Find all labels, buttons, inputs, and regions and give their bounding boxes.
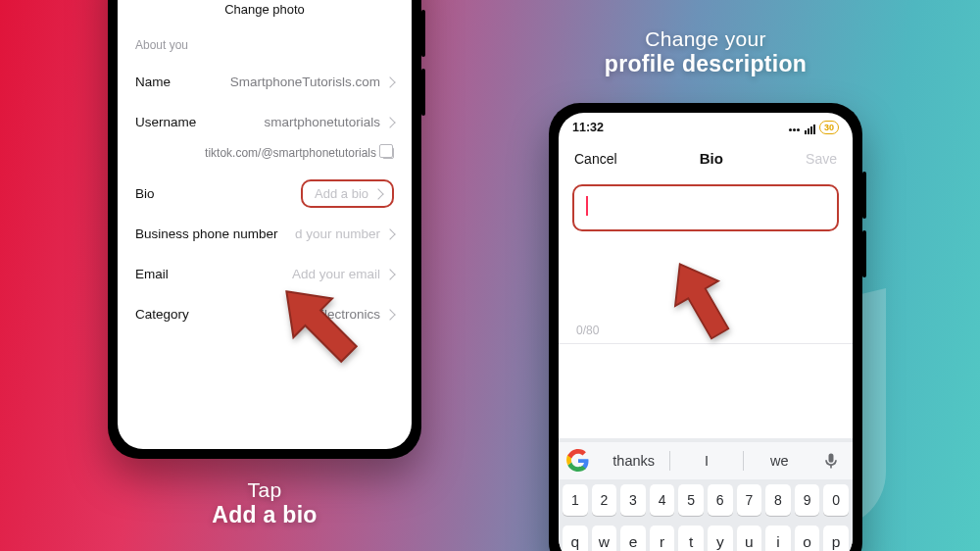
suggestion-1[interactable]: thanks bbox=[598, 453, 669, 469]
row-business-phone[interactable]: Business phone number d your number bbox=[118, 214, 412, 254]
key-0[interactable]: 0 bbox=[823, 484, 849, 516]
profile-url: tiktok.com/@smartphonetutorials bbox=[205, 146, 376, 160]
chevron-right-icon bbox=[384, 269, 395, 279]
suggestion-3[interactable]: we bbox=[744, 453, 815, 469]
key-7[interactable]: 7 bbox=[737, 484, 762, 516]
status-bar: 11:32 30 bbox=[559, 113, 853, 138]
copy-icon[interactable] bbox=[382, 147, 394, 159]
chevron-right-icon bbox=[384, 76, 395, 87]
key-e[interactable]: e bbox=[620, 526, 646, 551]
signal-icon bbox=[804, 121, 815, 134]
caption-right: Change your profile description bbox=[549, 27, 862, 77]
key-i[interactable]: i bbox=[765, 526, 791, 551]
google-icon[interactable] bbox=[566, 449, 590, 473]
key-y[interactable]: y bbox=[708, 526, 733, 551]
chevron-right-icon bbox=[384, 117, 395, 127]
caption-left-line2: Add a bio bbox=[118, 502, 412, 528]
caption-left-line1: Tap bbox=[118, 478, 412, 502]
value-username: smartphonetutorials bbox=[264, 115, 380, 129]
key-6[interactable]: 6 bbox=[708, 484, 733, 516]
row-name[interactable]: Name SmartphoneTutorisls.com bbox=[118, 62, 412, 102]
keyboard-qwerty-row: q w e r t y u i o p bbox=[559, 521, 853, 551]
text-caret bbox=[586, 196, 588, 216]
key-5[interactable]: 5 bbox=[678, 484, 704, 516]
label-bio: Bio bbox=[135, 186, 155, 201]
key-o[interactable]: o bbox=[795, 526, 820, 551]
battery-icon: 30 bbox=[819, 121, 839, 134]
suggestion-bar: thanks I we bbox=[559, 442, 853, 479]
phone-edit-profile: Change photo About you Name SmartphoneTu… bbox=[108, 0, 421, 459]
save-button[interactable]: Save bbox=[806, 151, 837, 167]
profile-url-row[interactable]: tiktok.com/@smartphonetutorials bbox=[118, 142, 412, 174]
chevron-right-icon bbox=[384, 309, 395, 320]
key-1[interactable]: 1 bbox=[563, 484, 588, 516]
row-bio[interactable]: Bio Add a bio bbox=[118, 174, 412, 214]
suggestion-2[interactable]: I bbox=[670, 453, 742, 469]
value-name: SmartphoneTutorisls.com bbox=[230, 75, 380, 89]
label-email: Email bbox=[135, 267, 169, 281]
bio-placeholder: Add a bio bbox=[315, 186, 368, 201]
chevron-right-icon bbox=[384, 228, 395, 239]
label-business-phone: Business phone number bbox=[135, 226, 278, 241]
cancel-button[interactable]: Cancel bbox=[574, 151, 617, 167]
bio-text-field[interactable] bbox=[572, 184, 839, 231]
nav-bar: Cancel Bio Save bbox=[559, 138, 853, 176]
menu-dots-icon bbox=[788, 121, 800, 134]
about-you-header: About you bbox=[118, 17, 412, 62]
row-username[interactable]: Username smartphonetutorials bbox=[118, 102, 412, 142]
caption-right-line2: profile description bbox=[549, 51, 862, 77]
change-photo-link[interactable]: Change photo bbox=[224, 2, 305, 17]
key-3[interactable]: 3 bbox=[620, 484, 646, 516]
key-p[interactable]: p bbox=[823, 526, 849, 551]
status-time: 11:32 bbox=[572, 121, 604, 134]
mic-icon[interactable] bbox=[821, 451, 841, 471]
placeholder-business-phone: d your number bbox=[295, 226, 380, 241]
key-4[interactable]: 4 bbox=[650, 484, 675, 516]
key-r[interactable]: r bbox=[650, 526, 675, 551]
arrow-pointer-left bbox=[267, 272, 374, 379]
add-bio-button[interactable]: Add a bio bbox=[301, 179, 394, 208]
key-8[interactable]: 8 bbox=[765, 484, 791, 516]
key-2[interactable]: 2 bbox=[592, 484, 617, 516]
on-screen-keyboard[interactable]: thanks I we 1 2 3 4 5 6 7 8 9 bbox=[559, 438, 853, 551]
label-username: Username bbox=[135, 115, 196, 129]
key-u[interactable]: u bbox=[737, 526, 762, 551]
key-q[interactable]: q bbox=[563, 526, 588, 551]
page-title: Bio bbox=[700, 150, 723, 167]
caption-right-line1: Change your bbox=[549, 27, 862, 51]
arrow-pointer-right bbox=[653, 253, 751, 351]
key-w[interactable]: w bbox=[592, 526, 617, 551]
chevron-right-icon bbox=[372, 188, 383, 199]
caption-left: Tap Add a bio bbox=[118, 478, 412, 528]
key-t[interactable]: t bbox=[678, 526, 704, 551]
keyboard-number-row: 1 2 3 4 5 6 7 8 9 0 bbox=[559, 479, 853, 521]
label-name: Name bbox=[135, 75, 171, 89]
key-9[interactable]: 9 bbox=[795, 484, 820, 516]
label-category: Category bbox=[135, 307, 189, 322]
